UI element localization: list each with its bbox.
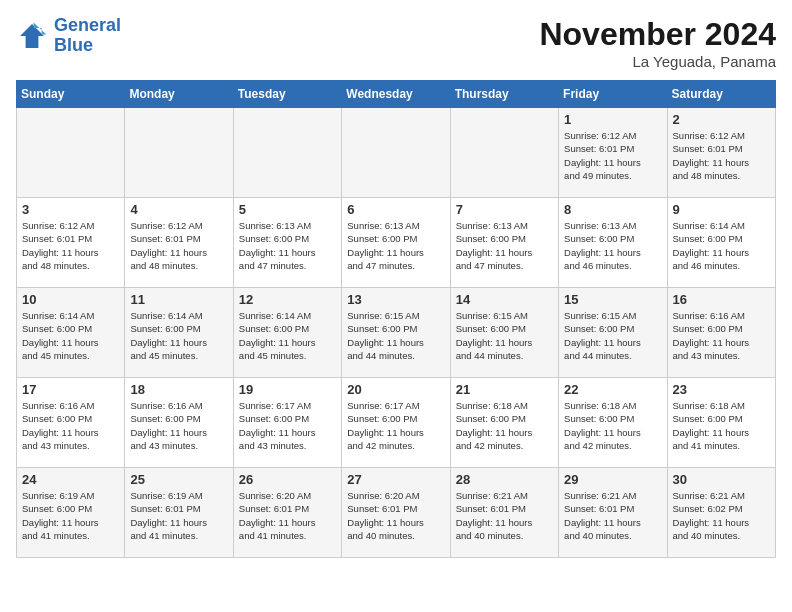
day-cell: 2Sunrise: 6:12 AM Sunset: 6:01 PM Daylig… [667,108,775,198]
day-info: Sunrise: 6:17 AM Sunset: 6:00 PM Dayligh… [239,399,336,452]
day-info: Sunrise: 6:20 AM Sunset: 6:01 PM Dayligh… [239,489,336,542]
day-cell: 12Sunrise: 6:14 AM Sunset: 6:00 PM Dayli… [233,288,341,378]
day-cell: 14Sunrise: 6:15 AM Sunset: 6:00 PM Dayli… [450,288,558,378]
logo-icon [16,20,48,52]
day-cell [17,108,125,198]
day-cell: 6Sunrise: 6:13 AM Sunset: 6:00 PM Daylig… [342,198,450,288]
day-number: 18 [130,382,227,397]
day-cell: 5Sunrise: 6:13 AM Sunset: 6:00 PM Daylig… [233,198,341,288]
day-cell [342,108,450,198]
day-info: Sunrise: 6:16 AM Sunset: 6:00 PM Dayligh… [22,399,119,452]
day-info: Sunrise: 6:15 AM Sunset: 6:00 PM Dayligh… [456,309,553,362]
day-info: Sunrise: 6:13 AM Sunset: 6:00 PM Dayligh… [564,219,661,272]
day-cell: 4Sunrise: 6:12 AM Sunset: 6:01 PM Daylig… [125,198,233,288]
day-cell: 26Sunrise: 6:20 AM Sunset: 6:01 PM Dayli… [233,468,341,558]
header-row: Sunday Monday Tuesday Wednesday Thursday… [17,81,776,108]
day-cell: 21Sunrise: 6:18 AM Sunset: 6:00 PM Dayli… [450,378,558,468]
day-number: 28 [456,472,553,487]
day-info: Sunrise: 6:12 AM Sunset: 6:01 PM Dayligh… [130,219,227,272]
week-row-3: 10Sunrise: 6:14 AM Sunset: 6:00 PM Dayli… [17,288,776,378]
day-info: Sunrise: 6:12 AM Sunset: 6:01 PM Dayligh… [22,219,119,272]
col-saturday: Saturday [667,81,775,108]
day-number: 16 [673,292,770,307]
day-info: Sunrise: 6:13 AM Sunset: 6:00 PM Dayligh… [347,219,444,272]
day-cell: 15Sunrise: 6:15 AM Sunset: 6:00 PM Dayli… [559,288,667,378]
day-number: 21 [456,382,553,397]
day-number: 12 [239,292,336,307]
day-cell: 3Sunrise: 6:12 AM Sunset: 6:01 PM Daylig… [17,198,125,288]
day-cell: 24Sunrise: 6:19 AM Sunset: 6:00 PM Dayli… [17,468,125,558]
day-info: Sunrise: 6:13 AM Sunset: 6:00 PM Dayligh… [456,219,553,272]
day-cell: 28Sunrise: 6:21 AM Sunset: 6:01 PM Dayli… [450,468,558,558]
day-number: 3 [22,202,119,217]
day-number: 14 [456,292,553,307]
day-number: 29 [564,472,661,487]
week-row-1: 1Sunrise: 6:12 AM Sunset: 6:01 PM Daylig… [17,108,776,198]
day-info: Sunrise: 6:16 AM Sunset: 6:00 PM Dayligh… [673,309,770,362]
logo-text: General Blue [54,16,121,56]
day-number: 2 [673,112,770,127]
svg-marker-0 [20,24,44,48]
day-number: 9 [673,202,770,217]
day-info: Sunrise: 6:21 AM Sunset: 6:02 PM Dayligh… [673,489,770,542]
day-number: 13 [347,292,444,307]
day-cell: 7Sunrise: 6:13 AM Sunset: 6:00 PM Daylig… [450,198,558,288]
day-number: 23 [673,382,770,397]
day-info: Sunrise: 6:19 AM Sunset: 6:01 PM Dayligh… [130,489,227,542]
logo: General Blue [16,16,121,56]
day-cell: 22Sunrise: 6:18 AM Sunset: 6:00 PM Dayli… [559,378,667,468]
day-cell: 25Sunrise: 6:19 AM Sunset: 6:01 PM Dayli… [125,468,233,558]
day-number: 22 [564,382,661,397]
day-info: Sunrise: 6:14 AM Sunset: 6:00 PM Dayligh… [239,309,336,362]
day-info: Sunrise: 6:19 AM Sunset: 6:00 PM Dayligh… [22,489,119,542]
day-number: 6 [347,202,444,217]
day-number: 25 [130,472,227,487]
location-subtitle: La Yeguada, Panama [539,53,776,70]
day-number: 19 [239,382,336,397]
day-cell: 30Sunrise: 6:21 AM Sunset: 6:02 PM Dayli… [667,468,775,558]
day-info: Sunrise: 6:17 AM Sunset: 6:00 PM Dayligh… [347,399,444,452]
day-cell: 13Sunrise: 6:15 AM Sunset: 6:00 PM Dayli… [342,288,450,378]
day-number: 7 [456,202,553,217]
day-info: Sunrise: 6:14 AM Sunset: 6:00 PM Dayligh… [22,309,119,362]
day-cell: 17Sunrise: 6:16 AM Sunset: 6:00 PM Dayli… [17,378,125,468]
logo-line1: General [54,15,121,35]
calendar-body: 1Sunrise: 6:12 AM Sunset: 6:01 PM Daylig… [17,108,776,558]
day-number: 15 [564,292,661,307]
day-info: Sunrise: 6:21 AM Sunset: 6:01 PM Dayligh… [456,489,553,542]
day-number: 8 [564,202,661,217]
month-title: November 2024 [539,16,776,53]
day-info: Sunrise: 6:13 AM Sunset: 6:00 PM Dayligh… [239,219,336,272]
col-tuesday: Tuesday [233,81,341,108]
day-number: 1 [564,112,661,127]
day-cell: 29Sunrise: 6:21 AM Sunset: 6:01 PM Dayli… [559,468,667,558]
day-cell: 10Sunrise: 6:14 AM Sunset: 6:00 PM Dayli… [17,288,125,378]
logo-line2: Blue [54,35,93,55]
day-number: 30 [673,472,770,487]
day-info: Sunrise: 6:15 AM Sunset: 6:00 PM Dayligh… [347,309,444,362]
day-cell [450,108,558,198]
week-row-5: 24Sunrise: 6:19 AM Sunset: 6:00 PM Dayli… [17,468,776,558]
day-cell: 8Sunrise: 6:13 AM Sunset: 6:00 PM Daylig… [559,198,667,288]
calendar-table: Sunday Monday Tuesday Wednesday Thursday… [16,80,776,558]
day-number: 5 [239,202,336,217]
day-info: Sunrise: 6:16 AM Sunset: 6:00 PM Dayligh… [130,399,227,452]
day-cell [233,108,341,198]
day-cell: 1Sunrise: 6:12 AM Sunset: 6:01 PM Daylig… [559,108,667,198]
col-monday: Monday [125,81,233,108]
day-number: 11 [130,292,227,307]
day-cell: 9Sunrise: 6:14 AM Sunset: 6:00 PM Daylig… [667,198,775,288]
page-header: General Blue November 2024 La Yeguada, P… [16,16,776,70]
day-cell: 27Sunrise: 6:20 AM Sunset: 6:01 PM Dayli… [342,468,450,558]
week-row-2: 3Sunrise: 6:12 AM Sunset: 6:01 PM Daylig… [17,198,776,288]
day-number: 10 [22,292,119,307]
day-info: Sunrise: 6:15 AM Sunset: 6:00 PM Dayligh… [564,309,661,362]
day-cell: 16Sunrise: 6:16 AM Sunset: 6:00 PM Dayli… [667,288,775,378]
col-sunday: Sunday [17,81,125,108]
day-info: Sunrise: 6:20 AM Sunset: 6:01 PM Dayligh… [347,489,444,542]
day-cell: 20Sunrise: 6:17 AM Sunset: 6:00 PM Dayli… [342,378,450,468]
col-friday: Friday [559,81,667,108]
day-info: Sunrise: 6:18 AM Sunset: 6:00 PM Dayligh… [456,399,553,452]
calendar-header: Sunday Monday Tuesday Wednesday Thursday… [17,81,776,108]
day-info: Sunrise: 6:18 AM Sunset: 6:00 PM Dayligh… [673,399,770,452]
